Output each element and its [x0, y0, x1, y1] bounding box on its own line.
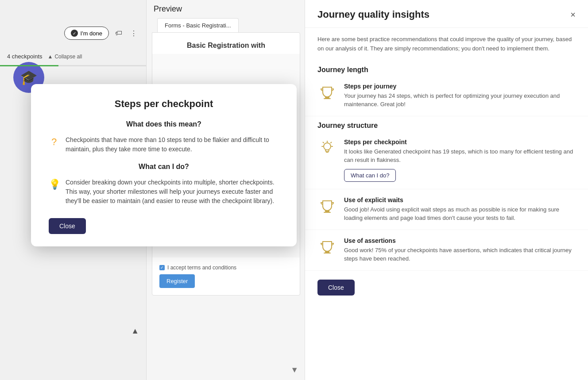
insights-item-text-steps-per-journey: Your journey has 24 steps, which is perf… — [344, 92, 576, 109]
trophy-icon-assertions — [317, 237, 337, 257]
insights-title: Journey quality insights — [317, 9, 429, 20]
tag-icon-button[interactable]: 🏷 — [113, 27, 124, 39]
svg-line-5 — [323, 142, 324, 143]
sidebar-progress-bar — [0, 65, 146, 66]
insights-item-explicit-waits: Use of explicit waits Good job! Avoid us… — [305, 189, 588, 230]
bulb-icon: 💡 — [49, 179, 59, 190]
insights-item-title-steps-per-journey: Steps per journey — [344, 83, 576, 90]
svg-rect-10 — [324, 212, 331, 213]
insights-item-body-explicit-waits: Use of explicit waits Good job! Avoid us… — [344, 196, 576, 223]
trophy-icon-explicit-waits — [317, 196, 337, 216]
insights-item-steps-per-journey: Steps per journey Your journey has 24 st… — [305, 76, 588, 116]
insights-close-icon-button[interactable]: × — [570, 10, 576, 19]
svg-rect-1 — [324, 98, 331, 99]
insights-item-text-explicit-waits: Good job! Avoid using explicit wait step… — [344, 205, 576, 223]
preview-tab[interactable]: Forms - Basic Registrati... — [157, 18, 239, 32]
preview-checkbox: ✓ — [159, 265, 165, 270]
done-button[interactable]: ✓ I'm done — [64, 27, 109, 40]
insights-journey-length-section: Journey length — [305, 61, 588, 76]
svg-rect-12 — [324, 253, 331, 253]
preview-form-title: Basic Registration with — [152, 33, 300, 54]
modal-meaning-item: ? Checkpoints that have more than 10 ste… — [49, 135, 279, 154]
svg-rect-8 — [326, 152, 329, 153]
insights-footer: Close — [305, 271, 588, 304]
modal-action-item: 💡 Consider breaking down your checkpoint… — [49, 178, 279, 206]
insights-item-title-assertions: Use of assertions — [344, 237, 576, 244]
insights-item-body-assertions: Use of assertions Good work! 75% of your… — [344, 237, 576, 263]
insights-item-assertions: Use of assertions Good work! 75% of your… — [305, 230, 588, 271]
checkpoints-count: 4 checkpoints — [7, 53, 43, 60]
done-button-label: I'm done — [81, 30, 102, 37]
insights-item-text-steps-per-checkpoint: It looks like Generated checkpoint has 1… — [344, 147, 576, 165]
insights-item-text-assertions: Good work! 75% of your checkpoints have … — [344, 246, 576, 263]
preview-checkbox-row: ✓ I accept terms and conditions — [159, 265, 293, 271]
sidebar-header: ✓ I'm done 🏷 ⋮ — [0, 0, 146, 45]
sidebar-chevron-up[interactable]: ▲ — [131, 326, 139, 336]
svg-point-2 — [324, 143, 331, 150]
preview-checkbox-label: I accept terms and conditions — [167, 265, 236, 271]
modal-what-can-i-do-heading: What can I do? — [49, 163, 279, 171]
insights-close-button[interactable]: Close — [317, 280, 355, 296]
what-can-i-do-button[interactable]: What can I do? — [344, 169, 396, 182]
question-mark-icon: ? — [49, 136, 59, 148]
more-options-button[interactable]: ⋮ — [128, 27, 139, 39]
preview-register-button[interactable]: Register — [159, 274, 195, 288]
steps-per-checkpoint-modal: Steps per checkpoint What does this mean… — [31, 84, 297, 246]
insights-item-title-steps-per-checkpoint: Steps per checkpoint — [344, 138, 576, 146]
insights-item-body-steps-per-checkpoint: Steps per checkpoint It looks like Gener… — [344, 138, 576, 182]
check-circle-icon: ✓ — [71, 30, 78, 37]
svg-line-4 — [331, 142, 332, 143]
insights-intro-text: Here are some best practice recommendati… — [305, 28, 588, 61]
chevron-up-icon: ▲ — [48, 54, 53, 60]
insights-panel: Journey quality insights × Here are some… — [305, 0, 588, 380]
collapse-all-label: Collapse all — [54, 54, 82, 60]
checkpoints-bar: 4 checkpoints ▲ Collapse all — [0, 50, 146, 63]
preview-header: Preview — [147, 0, 306, 18]
modal-close-button[interactable]: Close — [49, 218, 86, 234]
insights-journey-structure-section: Journey structure — [305, 116, 588, 131]
insights-item-body-steps-per-journey: Steps per journey Your journey has 24 st… — [344, 83, 576, 109]
collapse-all-button[interactable]: ▲ Collapse all — [48, 54, 82, 60]
insights-header: Journey quality insights × — [305, 0, 588, 28]
sidebar-progress-fill — [0, 65, 58, 66]
insights-item-title-explicit-waits: Use of explicit waits — [344, 196, 576, 203]
modal-what-does-this-mean-heading: What does this mean? — [49, 120, 279, 128]
preview-scroll-down[interactable]: ▼ — [290, 365, 298, 375]
bulb-icon-steps-per-checkpoint — [317, 138, 337, 158]
preview-form-bottom: ✓ I accept terms and conditions Register — [152, 257, 300, 295]
insights-item-steps-per-checkpoint: Steps per checkpoint It looks like Gener… — [305, 131, 588, 189]
preview-tab-label: Forms - Basic Registrati... — [165, 22, 231, 29]
modal-title: Steps per checkpoint — [49, 98, 279, 110]
modal-meaning-text: Checkpoints that have more than 10 steps… — [66, 135, 279, 154]
trophy-icon-steps-per-journey — [317, 83, 337, 102]
modal-action-text: Consider breaking down your checkpoints … — [66, 178, 279, 206]
